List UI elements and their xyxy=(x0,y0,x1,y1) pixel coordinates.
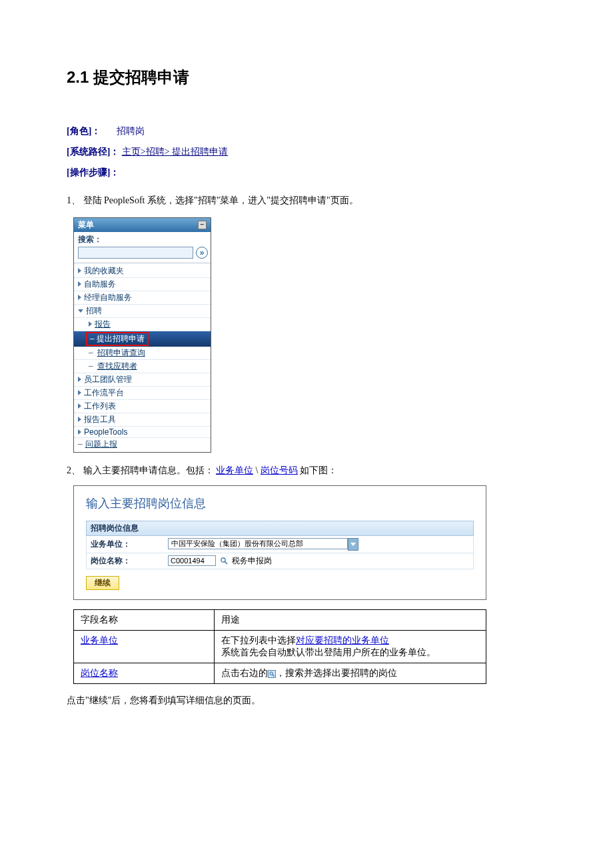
menu-item-issue-report[interactable]: –问题上报 xyxy=(74,438,211,451)
field-explanation-table: 字段名称 用途 业务单位 在下拉列表中选择对应要招聘的业务单位 系统首先会自动默… xyxy=(73,609,486,684)
menu-item-workflow[interactable]: 工作流平台 xyxy=(74,387,211,400)
table-bu-usage: 在下拉列表中选择对应要招聘的业务单位 系统首先会自动默认带出登陆用户所在的业务单… xyxy=(215,630,486,663)
menu-title-bar: 菜单 − xyxy=(74,218,211,232)
after-continue-note: 点击"继续"后，您将看到填写详细信息的页面。 xyxy=(67,695,546,707)
lookup-inline-icon xyxy=(268,670,276,678)
step-2-link-pos: 岗位号码 xyxy=(261,465,298,475)
step-2-sep: \ xyxy=(256,465,261,475)
menu-item-self-service[interactable]: 自助服务 xyxy=(74,278,211,291)
step-2-link-bu: 业务单位 xyxy=(216,465,253,475)
chevron-down-icon[interactable] xyxy=(348,538,358,551)
menu-title-text: 菜单 xyxy=(78,219,94,231)
business-unit-label: 业务单位： xyxy=(91,539,164,550)
table-bu-field: 业务单位 xyxy=(81,635,118,645)
menu-item-favorites[interactable]: 我的收藏夹 xyxy=(74,265,211,278)
role-label: [角色]： xyxy=(67,126,101,136)
form-title: 输入主要招聘岗位信息 xyxy=(86,493,474,521)
position-code-input[interactable] xyxy=(168,555,216,566)
step-2: 2、 输入主要招聘申请信息。包括： 业务单位 \ 岗位号码 如下图： xyxy=(67,462,546,479)
business-unit-row: 业务单位： 中国平安保险（集团）股份有限公司总部 xyxy=(86,536,474,553)
menu-item-worklist[interactable]: 工作列表 xyxy=(74,400,211,413)
form-section-header: 招聘岗位信息 xyxy=(86,521,474,536)
role-value: 招聘岗 xyxy=(117,126,145,136)
business-unit-value: 中国平安保险（集团）股份有限公司总部 xyxy=(168,538,348,549)
svg-line-3 xyxy=(273,675,275,677)
step-2-text-post: 如下图： xyxy=(300,465,337,475)
lookup-icon[interactable] xyxy=(220,557,228,565)
path-label: [系统路径]： xyxy=(67,147,119,157)
table-pos-field: 岗位名称 xyxy=(81,668,118,678)
steps-label: [操作步骤]： xyxy=(67,163,546,183)
menu-item-manager-self-service[interactable]: 经理自助服务 xyxy=(74,291,211,305)
table-header-field: 字段名称 xyxy=(74,609,215,630)
path-line: [系统路径]： 主页>招聘> 提出招聘申请 xyxy=(67,142,546,163)
path-value: 主页>招聘> 提出招聘申请 xyxy=(122,147,228,157)
menu-item-submit-recruiting[interactable]: –提出招聘申请 xyxy=(74,331,211,347)
menu-item-team-management[interactable]: 员工团队管理 xyxy=(74,373,211,387)
position-row: 岗位名称： 税务申报岗 xyxy=(86,553,474,569)
role-line: [角色]： 招聘岗 xyxy=(67,121,546,142)
menu-item-find-applicant[interactable]: –查找应聘者 xyxy=(74,360,211,373)
svg-line-1 xyxy=(225,562,228,565)
form-panel: 输入主要招聘岗位信息 招聘岗位信息 业务单位： 中国平安保险（集团）股份有限公司… xyxy=(73,485,486,600)
search-go-icon[interactable]: » xyxy=(196,247,208,259)
search-input[interactable] xyxy=(78,247,193,259)
section-heading: 2.1 提交招聘申请 xyxy=(67,67,546,88)
position-description: 税务申报岗 xyxy=(232,555,272,567)
position-label: 岗位名称： xyxy=(91,555,164,567)
step-1: 1、 登陆 PeopleSoft 系统，选择"招聘"菜单，进入"提交招聘申请"页… xyxy=(67,192,546,209)
menu-item-peopletools[interactable]: PeopleTools xyxy=(74,427,211,438)
menu-item-recruiting-report[interactable]: 报告 xyxy=(74,318,211,331)
menu-panel: 菜单 − 搜索： » 我的收藏夹 自助服务 经理自助服务 招聘 报告 –提出招聘… xyxy=(73,217,211,453)
search-label: 搜索： xyxy=(74,232,211,245)
business-unit-select[interactable]: 中国平安保险（集团）股份有限公司总部 xyxy=(168,538,358,551)
svg-point-2 xyxy=(270,672,273,675)
menu-item-recruiting[interactable]: 招聘 xyxy=(74,305,211,318)
menu-item-report-tools[interactable]: 报告工具 xyxy=(74,413,211,427)
table-header-usage: 用途 xyxy=(215,609,486,630)
continue-button[interactable]: 继续 xyxy=(86,576,119,590)
svg-point-0 xyxy=(221,558,225,562)
step-2-text-pre: 2、 输入主要招聘申请信息。包括： xyxy=(67,465,214,475)
steps-label-text: [操作步骤]： xyxy=(67,167,119,177)
menu-item-recruiting-query[interactable]: –招聘申请查询 xyxy=(74,347,211,360)
table-pos-usage: 点击右边的，搜索并选择出要招聘的岗位 xyxy=(215,663,486,683)
minimize-icon[interactable]: − xyxy=(198,221,207,229)
